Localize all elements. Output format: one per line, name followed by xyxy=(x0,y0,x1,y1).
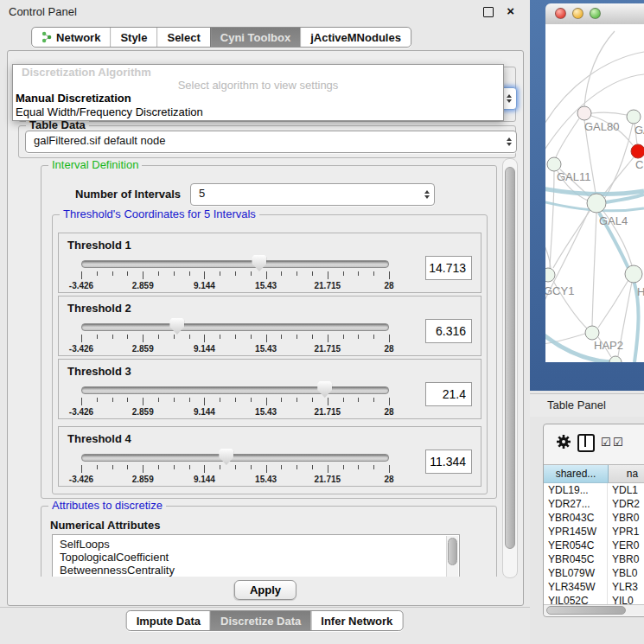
cell-shared-name[interactable]: YDR27... xyxy=(544,497,608,511)
num-intervals-combobox[interactable]: 5 xyxy=(190,183,435,206)
bottom-tab-discretize-data[interactable]: Discretize Data xyxy=(210,611,310,630)
network-edge[interactable] xyxy=(603,157,634,196)
close-icon[interactable]: × xyxy=(507,3,514,20)
network-edge[interactable] xyxy=(591,112,627,115)
table-row[interactable]: YLR345WYLR3 xyxy=(544,580,644,594)
cell-shared-name[interactable]: YLR345W xyxy=(544,580,608,594)
network-edge[interactable] xyxy=(598,280,628,328)
table-row[interactable]: YBR043CYBR0 xyxy=(544,511,644,525)
threshold-panel-4: Threshold 4-3.4262.8599.14415.4321.71528 xyxy=(58,426,481,487)
attribute-list-item[interactable]: BetweennessCentrality xyxy=(53,564,459,577)
threshold-value-input[interactable] xyxy=(425,382,472,406)
cell-shared-name[interactable]: YBR045C xyxy=(544,552,608,566)
column-header-name[interactable]: na xyxy=(609,465,644,483)
columns-icon[interactable] xyxy=(577,434,595,452)
settings-scrollbar[interactable] xyxy=(502,158,518,578)
node-red-selected[interactable] xyxy=(631,144,644,158)
tab-network[interactable]: Network xyxy=(32,28,110,47)
cell-name[interactable]: YLR3 xyxy=(608,580,644,594)
cell-shared-name[interactable]: YBL079W xyxy=(544,566,608,580)
slider-thumb[interactable] xyxy=(252,255,266,271)
slider-thumb[interactable] xyxy=(317,381,332,398)
node-h[interactable] xyxy=(625,265,642,283)
cyni-toolbox-panel: Discretization Algorithm Select algorith… xyxy=(7,50,524,606)
bottom-tab-impute-data[interactable]: Impute Data xyxy=(127,611,210,630)
cell-name[interactable]: YDL1 xyxy=(608,483,644,497)
cell-name[interactable]: YBL0 xyxy=(608,566,644,580)
slider-tick-labels: -3.4262.8599.14415.4321.71528 xyxy=(81,281,389,291)
table-data-combobox[interactable]: galFiltered.sif default node xyxy=(25,131,517,153)
select-all-checkbox-icon[interactable]: ☑ xyxy=(601,436,612,449)
list-scrollbar-thumb[interactable] xyxy=(448,538,457,565)
table-row[interactable]: YER054CYER0 xyxy=(544,539,644,552)
tab-style[interactable]: Style xyxy=(110,28,156,47)
cell-name[interactable]: YBR0 xyxy=(608,552,644,566)
node-gal11[interactable] xyxy=(547,157,561,171)
table-hscrollbar-thumb[interactable] xyxy=(546,606,626,615)
network-edge[interactable] xyxy=(550,171,554,268)
table-data-value: galFiltered.sif default node xyxy=(34,134,165,147)
cell-name[interactable]: YER0 xyxy=(608,539,644,552)
mac-zoom-icon[interactable] xyxy=(590,8,601,19)
apply-button[interactable]: Apply xyxy=(234,580,296,600)
network-window-titlebar[interactable] xyxy=(545,3,644,25)
slider-track[interactable] xyxy=(81,386,389,394)
mac-close-icon[interactable] xyxy=(555,8,566,19)
column-header-shared-name[interactable]: shared... xyxy=(544,465,609,483)
threshold-value-input[interactable] xyxy=(425,256,472,280)
dropdown-item-equal-width-frequency[interactable]: Equal Width/Frequency Discretization xyxy=(16,105,501,119)
slider-thumb[interactable] xyxy=(169,318,184,335)
node-gal80[interactable] xyxy=(577,106,591,120)
network-node-label: GAL80 xyxy=(584,120,619,133)
float-window-icon[interactable] xyxy=(483,7,494,17)
table-row[interactable]: YBL079WYBL0 xyxy=(544,566,644,580)
node-bottom-partial[interactable] xyxy=(609,356,622,362)
threshold-slider[interactable]: -3.4262.8599.14415.4321.71528 xyxy=(81,454,389,485)
network-view-canvas[interactable]: GAL80GACGAL11GAL4GCY1HHAP2 xyxy=(545,24,644,362)
list-scrollbar[interactable] xyxy=(446,536,458,577)
num-intervals-label: Number of Intervals xyxy=(75,188,181,201)
mac-minimize-icon[interactable] xyxy=(572,8,583,19)
tab-cyni-toolbox[interactable]: Cyni Toolbox xyxy=(210,28,300,47)
cell-name[interactable]: YPR1 xyxy=(608,525,644,539)
bottom-tab-infer-network[interactable]: Infer Network xyxy=(310,611,402,630)
slider-track[interactable] xyxy=(81,454,389,462)
attribute-list-item[interactable]: SelfLoops xyxy=(53,538,459,551)
slider-track[interactable] xyxy=(81,260,389,268)
cell-name[interactable]: YBR0 xyxy=(608,511,644,525)
gear-icon[interactable] xyxy=(556,434,571,450)
dropdown-item-manual-discretization[interactable]: Manual Discretization xyxy=(16,92,501,105)
slider-tick-labels: -3.4262.8599.14415.4321.71528 xyxy=(81,344,389,354)
table-row[interactable]: YPR145WYPR1 xyxy=(544,525,644,539)
cell-name[interactable]: YDR2 xyxy=(608,497,644,511)
cell-shared-name[interactable]: YBR043C xyxy=(544,511,608,525)
tab-select[interactable]: Select xyxy=(156,28,209,47)
table-row[interactable]: YDL19...YDL1 xyxy=(544,483,644,497)
network-node-label: HAP2 xyxy=(594,339,623,352)
table-row[interactable]: YBR045CYBR0 xyxy=(544,552,644,566)
threshold-slider[interactable]: -3.4262.8599.14415.4321.71528 xyxy=(81,260,389,291)
select-none-checkbox-icon[interactable]: ☑ xyxy=(613,436,624,449)
threshold-value-input[interactable] xyxy=(425,319,472,343)
node-hap2[interactable] xyxy=(585,326,599,340)
slider-ticks xyxy=(81,398,389,406)
cell-shared-name[interactable]: YPR145W xyxy=(544,525,608,539)
table-horizontal-scrollbar[interactable] xyxy=(544,604,644,615)
threshold-slider[interactable]: -3.4262.8599.14415.4321.71528 xyxy=(81,323,389,354)
cell-shared-name[interactable]: YER054C xyxy=(544,539,608,552)
network-edge[interactable] xyxy=(592,213,596,326)
attribute-list-item[interactable]: TopologicalCoefficient xyxy=(53,551,459,564)
slider-thumb[interactable] xyxy=(219,449,233,465)
tab-jactivemnodules[interactable]: jActiveMNodules xyxy=(300,28,411,47)
cell-shared-name[interactable]: YDL19... xyxy=(544,483,608,497)
slider-track[interactable] xyxy=(81,323,389,331)
table-row[interactable]: YDR27...YDR2 xyxy=(544,497,644,511)
node-gal4[interactable] xyxy=(587,194,606,213)
threshold-slider[interactable]: -3.4262.8599.14415.4321.71528 xyxy=(81,386,389,418)
node-right-top[interactable] xyxy=(627,110,641,124)
node-gcy1[interactable] xyxy=(545,268,555,282)
threshold-value-input[interactable] xyxy=(425,450,472,474)
slider-ticks xyxy=(81,335,389,343)
network-edge[interactable] xyxy=(556,118,579,157)
settings-scrollbar-thumb[interactable] xyxy=(505,167,515,549)
